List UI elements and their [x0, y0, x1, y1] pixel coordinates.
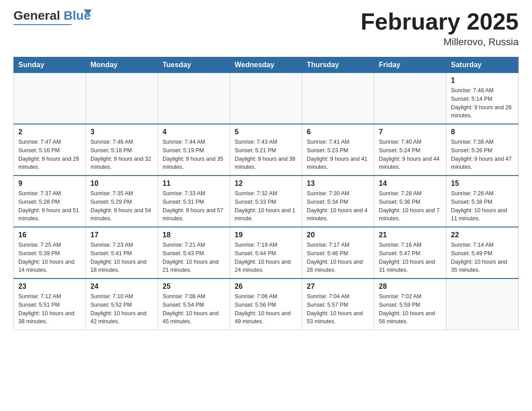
day-number: 18 — [163, 231, 225, 239]
day-info: Sunrise: 7:41 AM Sunset: 5:23 PM Dayligh… — [307, 138, 369, 171]
day-number: 16 — [18, 231, 81, 239]
day-info: Sunrise: 7:21 AM Sunset: 5:43 PM Dayligh… — [163, 241, 225, 274]
day-number: 9 — [18, 180, 81, 188]
calendar-cell: 7Sunrise: 7:40 AM Sunset: 5:24 PM Daylig… — [374, 124, 446, 176]
day-number: 8 — [451, 128, 514, 136]
calendar-cell: 8Sunrise: 7:38 AM Sunset: 5:26 PM Daylig… — [446, 124, 519, 176]
calendar-cell: 11Sunrise: 7:33 AM Sunset: 5:31 PM Dayli… — [158, 176, 230, 227]
day-info: Sunrise: 7:46 AM Sunset: 5:18 PM Dayligh… — [90, 138, 153, 171]
day-info: Sunrise: 7:35 AM Sunset: 5:29 PM Dayligh… — [90, 189, 153, 223]
logo-main-text: General — [13, 9, 60, 22]
calendar-week-row: 9Sunrise: 7:37 AM Sunset: 5:28 PM Daylig… — [14, 176, 519, 227]
day-number: 25 — [163, 283, 225, 291]
day-number: 26 — [235, 283, 297, 291]
calendar-cell: 21Sunrise: 7:16 AM Sunset: 5:47 PM Dayli… — [374, 227, 446, 278]
day-number: 13 — [307, 180, 369, 188]
calendar-cell: 13Sunrise: 7:30 AM Sunset: 5:34 PM Dayli… — [302, 176, 374, 227]
calendar-cell: 19Sunrise: 7:19 AM Sunset: 5:44 PM Dayli… — [230, 227, 302, 278]
day-info: Sunrise: 7:02 AM Sunset: 5:59 PM Dayligh… — [379, 292, 442, 326]
calendar-cell: 24Sunrise: 7:10 AM Sunset: 5:52 PM Dayli… — [86, 278, 158, 330]
day-info: Sunrise: 7:28 AM Sunset: 5:36 PM Dayligh… — [379, 189, 442, 223]
day-number: 27 — [307, 283, 369, 291]
day-number: 15 — [451, 180, 514, 188]
logo-arrow-icon — [84, 9, 92, 15]
calendar-cell — [230, 73, 302, 124]
calendar-week-row: 16Sunrise: 7:25 AM Sunset: 5:39 PM Dayli… — [14, 227, 519, 278]
logo-underline — [13, 24, 72, 25]
weekday-header-tuesday: Tuesday — [158, 57, 230, 73]
day-info: Sunrise: 7:23 AM Sunset: 5:41 PM Dayligh… — [90, 241, 153, 274]
day-info: Sunrise: 7:25 AM Sunset: 5:39 PM Dayligh… — [18, 241, 81, 274]
calendar-cell: 28Sunrise: 7:02 AM Sunset: 5:59 PM Dayli… — [374, 278, 446, 330]
calendar-cell: 25Sunrise: 7:08 AM Sunset: 5:54 PM Dayli… — [158, 278, 230, 330]
calendar-cell — [86, 73, 158, 124]
weekday-header-wednesday: Wednesday — [230, 57, 302, 73]
calendar-cell — [158, 73, 230, 124]
title-block: February 2025 Millerovo, Russia — [360, 9, 519, 48]
calendar-table: SundayMondayTuesdayWednesdayThursdayFrid… — [13, 57, 519, 330]
day-number: 1 — [451, 77, 514, 85]
day-number: 7 — [379, 128, 442, 136]
logo-text: General Blue — [13, 9, 91, 23]
day-number: 3 — [90, 128, 153, 136]
day-info: Sunrise: 7:12 AM Sunset: 5:51 PM Dayligh… — [18, 292, 81, 326]
calendar-cell: 26Sunrise: 7:06 AM Sunset: 5:56 PM Dayli… — [230, 278, 302, 330]
day-info: Sunrise: 7:40 AM Sunset: 5:24 PM Dayligh… — [379, 138, 442, 171]
day-info: Sunrise: 7:37 AM Sunset: 5:28 PM Dayligh… — [18, 189, 81, 223]
calendar-cell: 22Sunrise: 7:14 AM Sunset: 5:49 PM Dayli… — [446, 227, 519, 278]
day-number: 20 — [307, 231, 369, 239]
day-number: 19 — [235, 231, 297, 239]
day-info: Sunrise: 7:48 AM Sunset: 5:14 PM Dayligh… — [451, 86, 514, 120]
calendar-cell: 15Sunrise: 7:26 AM Sunset: 5:38 PM Dayli… — [446, 176, 519, 227]
calendar-cell: 4Sunrise: 7:44 AM Sunset: 5:19 PM Daylig… — [158, 124, 230, 176]
calendar-week-row: 23Sunrise: 7:12 AM Sunset: 5:51 PM Dayli… — [14, 278, 519, 330]
day-info: Sunrise: 7:38 AM Sunset: 5:26 PM Dayligh… — [451, 138, 514, 171]
day-info: Sunrise: 7:08 AM Sunset: 5:54 PM Dayligh… — [163, 292, 225, 326]
day-info: Sunrise: 7:44 AM Sunset: 5:19 PM Dayligh… — [163, 138, 225, 171]
day-info: Sunrise: 7:30 AM Sunset: 5:34 PM Dayligh… — [307, 189, 369, 223]
calendar-cell — [374, 73, 446, 124]
calendar-cell: 20Sunrise: 7:17 AM Sunset: 5:46 PM Dayli… — [302, 227, 374, 278]
calendar-cell: 18Sunrise: 7:21 AM Sunset: 5:43 PM Dayli… — [158, 227, 230, 278]
calendar-cell: 2Sunrise: 7:47 AM Sunset: 5:16 PM Daylig… — [14, 124, 86, 176]
calendar-cell: 3Sunrise: 7:46 AM Sunset: 5:18 PM Daylig… — [86, 124, 158, 176]
day-number: 14 — [379, 180, 442, 188]
day-number: 22 — [451, 231, 514, 239]
calendar-cell: 12Sunrise: 7:32 AM Sunset: 5:33 PM Dayli… — [230, 176, 302, 227]
day-number: 12 — [235, 180, 297, 188]
day-number: 5 — [235, 128, 297, 136]
day-number: 4 — [163, 128, 225, 136]
day-info: Sunrise: 7:32 AM Sunset: 5:33 PM Dayligh… — [235, 189, 297, 223]
calendar-cell: 16Sunrise: 7:25 AM Sunset: 5:39 PM Dayli… — [14, 227, 86, 278]
calendar-cell: 14Sunrise: 7:28 AM Sunset: 5:36 PM Dayli… — [374, 176, 446, 227]
month-title: February 2025 — [360, 9, 519, 34]
day-number: 23 — [18, 283, 81, 291]
weekday-header-sunday: Sunday — [14, 57, 86, 73]
calendar-cell: 10Sunrise: 7:35 AM Sunset: 5:29 PM Dayli… — [86, 176, 158, 227]
day-info: Sunrise: 7:17 AM Sunset: 5:46 PM Dayligh… — [307, 241, 369, 274]
day-number: 11 — [163, 180, 225, 188]
calendar-cell: 17Sunrise: 7:23 AM Sunset: 5:41 PM Dayli… — [86, 227, 158, 278]
day-info: Sunrise: 7:04 AM Sunset: 5:57 PM Dayligh… — [307, 292, 369, 326]
weekday-header-thursday: Thursday — [302, 57, 374, 73]
calendar-cell — [446, 278, 519, 330]
weekday-header-friday: Friday — [374, 57, 446, 73]
calendar-cell: 27Sunrise: 7:04 AM Sunset: 5:57 PM Dayli… — [302, 278, 374, 330]
calendar-cell: 5Sunrise: 7:43 AM Sunset: 5:21 PM Daylig… — [230, 124, 302, 176]
day-info: Sunrise: 7:19 AM Sunset: 5:44 PM Dayligh… — [235, 241, 297, 274]
day-info: Sunrise: 7:06 AM Sunset: 5:56 PM Dayligh… — [235, 292, 297, 326]
day-info: Sunrise: 7:43 AM Sunset: 5:21 PM Dayligh… — [235, 138, 297, 171]
day-number: 28 — [379, 283, 442, 291]
calendar-cell: 1Sunrise: 7:48 AM Sunset: 5:14 PM Daylig… — [446, 73, 519, 124]
day-number: 10 — [90, 180, 153, 188]
logo: General Blue — [13, 9, 91, 25]
weekday-header-row: SundayMondayTuesdayWednesdayThursdayFrid… — [14, 57, 519, 73]
day-number: 17 — [90, 231, 153, 239]
location-text: Millerovo, Russia — [360, 36, 519, 48]
calendar-cell: 9Sunrise: 7:37 AM Sunset: 5:28 PM Daylig… — [14, 176, 86, 227]
calendar-cell — [14, 73, 86, 124]
calendar-cell: 6Sunrise: 7:41 AM Sunset: 5:23 PM Daylig… — [302, 124, 374, 176]
day-info: Sunrise: 7:16 AM Sunset: 5:47 PM Dayligh… — [379, 241, 442, 274]
day-number: 2 — [18, 128, 81, 136]
day-number: 6 — [307, 128, 369, 136]
